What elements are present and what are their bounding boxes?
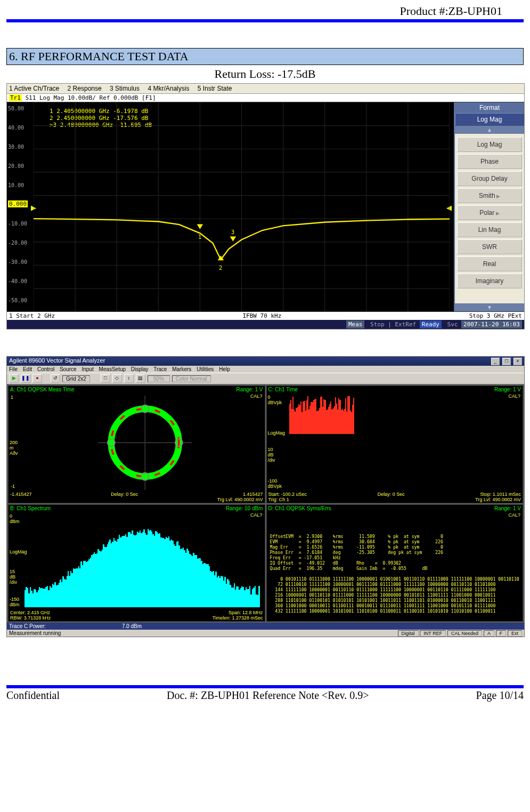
menu-mkr[interactable]: 4 Mkr/Analysis xyxy=(148,85,189,92)
na-trace-info: Tr1 S11 Log Mag 10.00dB/ Ref 0.000dB [F1… xyxy=(7,94,524,102)
window-controls: _ □ × xyxy=(490,357,522,365)
svg-text:2: 2 xyxy=(219,264,222,271)
status-digital: Digital xyxy=(398,630,419,637)
menu-edit[interactable]: Edit xyxy=(23,366,32,372)
foot-l: -1.415427 xyxy=(10,492,32,502)
ylabel-ref: 0.000 xyxy=(8,200,28,207)
pane-c-range: Range: 1 V xyxy=(494,387,521,392)
fmt-real-button[interactable]: Real xyxy=(457,256,522,271)
constellation-plot xyxy=(30,396,260,490)
menu-source[interactable]: Source xyxy=(60,366,77,372)
fmt-groupdelay-button[interactable]: Group Delay xyxy=(457,171,522,186)
axis-scale: 15 dB /div xyxy=(10,569,17,585)
ylabel: 30.00 xyxy=(8,144,24,150)
syms-metrics: OffsetEVM = 2.9300 %rms 11.589 % pk at s… xyxy=(270,534,520,614)
start-freq: 1 Start 2 GHz xyxy=(9,312,55,319)
status-a: A xyxy=(484,630,494,637)
fmt-phase-button[interactable]: Phase xyxy=(457,154,522,169)
section-title: 6. RF PERFORMANCE TEST DATA xyxy=(6,48,524,65)
color-select[interactable]: Color Normal xyxy=(172,375,211,382)
stop-freq: Stop 3 GHz PExt xyxy=(469,312,522,319)
page-footer: Confidential Doc. #: ZB-UPH01 Reference … xyxy=(6,689,524,702)
status-stop: Stop xyxy=(370,321,385,328)
zoom-field[interactable]: 50% xyxy=(148,375,170,382)
tool-c[interactable]: ↕ xyxy=(124,374,134,383)
ylabel: -50.00 xyxy=(8,298,27,303)
menu-instr[interactable]: 5 Instr State xyxy=(198,85,232,92)
pane-d-syms: D: Ch1 OQPSK Syms/ErrsRange: 1 V CAL? Of… xyxy=(266,504,524,622)
ylabel: 50.00 xyxy=(8,106,24,111)
vsa-trace-bar: Trace C Power: 7.0 dBm xyxy=(7,623,524,630)
menu-utilities[interactable]: Utilities xyxy=(197,366,214,372)
foot-m: Delay: 0 Sec xyxy=(111,492,138,502)
minimize-icon[interactable]: _ xyxy=(491,358,500,365)
footer-rule xyxy=(6,685,524,688)
menu-trace[interactable]: Trace xyxy=(153,366,167,372)
menu-control[interactable]: Control xyxy=(37,366,54,372)
menu-active-ch[interactable]: 1 Active Ch/Trace xyxy=(9,85,59,92)
menu-response[interactable]: 2 Response xyxy=(68,85,102,92)
na-sidebar: Format Log Mag ▲ Log Mag Phase Group Del… xyxy=(454,102,524,311)
pause-icon[interactable]: ❚❚ xyxy=(21,374,30,383)
fmt-logmag-button[interactable]: Log Mag xyxy=(457,137,522,152)
foot-r: Stop: 1.1011 mSec Trg Lvl: 490.0002 mV xyxy=(475,492,521,502)
maximize-icon[interactable]: □ xyxy=(502,358,511,365)
vsa-titlebar: Agilent 89600 Vector Signal Analyzer _ □… xyxy=(7,357,524,366)
vsa-menubar: File Edit Control Source Input MeasSetup… xyxy=(7,366,524,373)
product-header: Product #:ZB-UPH01 xyxy=(6,4,524,18)
grid-select[interactable]: Grid 2x2 xyxy=(62,375,90,382)
menu-file[interactable]: File xyxy=(9,366,18,372)
axis-scale: 10 dB /div xyxy=(268,447,275,463)
pane-d-title: D: Ch1 OQPSK Syms/Errs xyxy=(268,505,331,511)
scroll-up-icon[interactable]: ▲ xyxy=(455,126,524,134)
scroll-down-icon[interactable]: ▼ xyxy=(455,303,524,311)
footer-doc: Doc. #: ZB-UPH01 Reference Note <Rev. 0.… xyxy=(167,689,369,702)
trace-value: 7.0 dBm xyxy=(122,623,142,629)
axis-mid: LogMag xyxy=(268,430,286,436)
status-extref: ExtRef xyxy=(395,321,416,328)
status-date: 2007-11-20 16:03 xyxy=(461,320,522,328)
sidebar-head: Format xyxy=(455,102,524,113)
close-icon[interactable]: × xyxy=(513,358,522,365)
fmt-linmag-button[interactable]: Lin Mag xyxy=(457,222,522,237)
menu-stimulus[interactable]: 3 Stimulus xyxy=(110,85,140,92)
axis-mid: 200 m Aðv xyxy=(10,440,18,456)
axis-top: 1 xyxy=(11,395,13,400)
trace-desc: S11 Log Mag 10.00dB/ Ref 0.000dB [F1] xyxy=(26,94,156,101)
na-status-bar: Meas Stop | ExtRef Ready Svc 2007-11-20 … xyxy=(7,320,524,329)
fmt-smith-button[interactable]: Smith xyxy=(457,188,522,203)
foot-r: Span: 12.8 MHz Timelen: 1.27328 mSec xyxy=(213,610,263,621)
fmt-polar-button[interactable]: Polar xyxy=(457,205,522,220)
menu-help[interactable]: Help xyxy=(219,366,230,372)
tool-a[interactable]: □ xyxy=(101,374,110,383)
tool-d[interactable]: ▤ xyxy=(136,374,145,383)
ifbw: IFBW 70 kHz xyxy=(242,312,281,319)
play-icon[interactable]: ▶ xyxy=(9,374,19,383)
menu-meassetup[interactable]: MeasSetup xyxy=(99,366,126,372)
footer-confidential: Confidential xyxy=(6,689,60,702)
cal-badge: CAL? xyxy=(508,512,520,518)
trace-label: Trace C Power: xyxy=(9,623,46,629)
fmt-imag-button[interactable]: Imaginary xyxy=(457,274,522,288)
pane-b-range: Range: 10 dBm xyxy=(226,505,263,511)
vsa-toolbar: ▶ ❚❚ ● ↺ Grid 2x2 □ ◇ ↕ ▤ 50% Color Norm… xyxy=(7,373,524,384)
status-cal: CAL Needed xyxy=(447,630,482,637)
ylabel: 40.00 xyxy=(8,125,24,131)
foot-m: Delay: 0 Sec xyxy=(378,492,405,502)
ylabel: -10.00 xyxy=(8,221,27,227)
ylabel: -30.00 xyxy=(8,259,27,265)
return-loss-label: Return Loss: -17.5dB xyxy=(6,67,524,81)
menu-markers[interactable]: Markers xyxy=(172,366,191,372)
restart-icon[interactable]: ↺ xyxy=(51,374,60,383)
menu-input[interactable]: Input xyxy=(81,366,93,372)
fmt-swr-button[interactable]: SWR xyxy=(457,239,522,254)
tool-b[interactable]: ◇ xyxy=(112,374,122,383)
vsa-status-bar: Measurement running Digital INT REF CAL … xyxy=(7,630,524,637)
ylabel: -20.00 xyxy=(8,240,27,246)
pane-d-range: Range: 1 V xyxy=(494,505,521,511)
sidebar-selected[interactable]: Log Mag xyxy=(455,113,524,126)
axis-top: 0 dBm xyxy=(10,513,20,524)
menu-display[interactable]: Display xyxy=(131,366,149,372)
footer-page: Page 10/14 xyxy=(476,689,524,702)
record-icon[interactable]: ● xyxy=(32,374,42,383)
